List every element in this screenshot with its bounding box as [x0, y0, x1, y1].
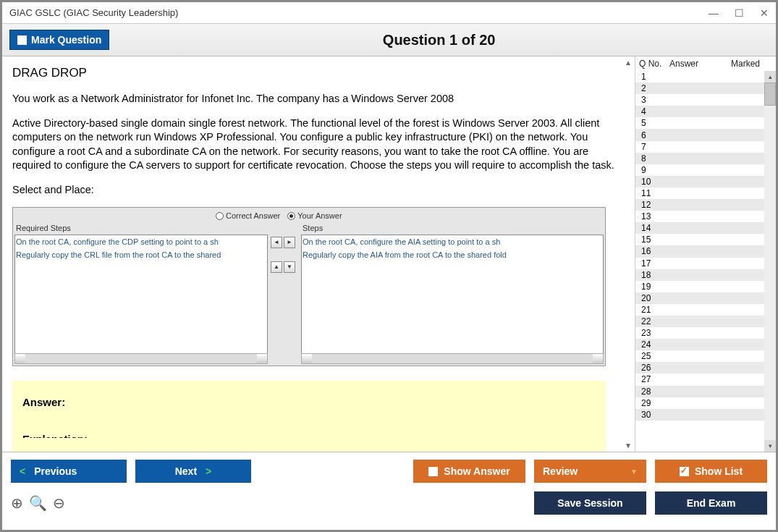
question-list-row[interactable]: 20 — [635, 292, 776, 304]
list-item[interactable]: Regularly copy the AIA from the root CA … — [303, 249, 602, 262]
list-scrollbar[interactable]: ▴ ▾ — [764, 71, 776, 452]
question-body: Active Directory-based single domain sin… — [12, 117, 625, 173]
checkbox-icon — [17, 35, 27, 45]
question-list-panel: Q No. Answer Marked 12345678910111213141… — [635, 56, 776, 452]
question-list-row[interactable]: 13 — [635, 211, 776, 222]
steps-title: Steps — [301, 222, 604, 235]
question-list-row[interactable]: 25 — [635, 350, 776, 362]
zoom-in-icon[interactable]: ⊕ — [11, 494, 23, 512]
close-icon[interactable]: ✕ — [760, 7, 769, 19]
question-type: DRAG DROP — [12, 65, 625, 82]
list-item[interactable]: On the root CA, configure the AIA settin… — [303, 236, 602, 249]
question-list-row[interactable]: 30 — [635, 409, 776, 421]
content-scrollbar[interactable]: ▲ ▼ — [623, 56, 635, 452]
question-list-row[interactable]: 12 — [635, 199, 776, 211]
answer-box: Answer: Explanation: — [12, 381, 606, 452]
question-list[interactable]: 1234567891011121314151617181920212223242… — [635, 71, 776, 452]
scroll-down-icon[interactable]: ▼ — [625, 442, 633, 449]
previous-button[interactable]: <Previous — [11, 460, 127, 483]
question-list-row[interactable]: 16 — [635, 245, 776, 257]
explanation-label: Explanation: — [22, 432, 596, 438]
checkbox-icon — [428, 467, 438, 476]
app-title: GIAC GSLC (GIAC Security Leadership) — [9, 7, 178, 18]
col-qno: Q No. — [639, 59, 669, 69]
zoom-controls: ⊕ 🔍 ⊖ — [11, 494, 65, 512]
required-steps-list[interactable]: On the root CA, configure the CDP settin… — [14, 235, 268, 354]
question-list-row[interactable]: 6 — [635, 129, 776, 140]
list-item[interactable]: On the root CA, configure the CDP settin… — [16, 236, 266, 249]
zoom-out-icon[interactable]: ⊖ — [53, 494, 65, 512]
titlebar: GIAC GSLC (GIAC Security Leadership) — ☐… — [2, 2, 776, 24]
footer: <Previous Next> Show Answer Review▼ Show… — [2, 452, 776, 524]
question-intro: You work as a Network Administrator for … — [12, 92, 625, 106]
next-button[interactable]: Next> — [135, 460, 251, 483]
move-buttons: ◄► ▲▼ — [271, 237, 295, 273]
question-list-row[interactable]: 24 — [635, 339, 776, 350]
save-session-button[interactable]: Save Session — [534, 491, 646, 515]
review-button[interactable]: Review▼ — [534, 460, 646, 483]
minimize-icon[interactable]: — — [709, 7, 719, 19]
mark-question-button[interactable]: Mark Question — [9, 30, 109, 50]
scroll-thumb[interactable] — [764, 83, 776, 106]
question-list-header: Q No. Answer Marked — [635, 56, 776, 71]
select-place-label: Select and Place: — [12, 183, 625, 198]
question-list-row[interactable]: 15 — [635, 234, 776, 245]
chevron-right-icon: > — [206, 465, 211, 477]
drag-drop-panel: Correct Answer Your Answer Required Step… — [12, 207, 606, 366]
question-list-row[interactable]: 23 — [635, 327, 776, 339]
question-list-row[interactable]: 9 — [635, 164, 776, 176]
answer-label: Answer: — [22, 395, 596, 410]
mark-question-label: Mark Question — [31, 34, 101, 46]
your-answer-radio[interactable]: Your Answer — [287, 211, 342, 221]
question-list-row[interactable]: 22 — [635, 316, 776, 327]
move-up-icon[interactable]: ▲ — [271, 261, 282, 273]
h-scrollbar[interactable] — [301, 353, 604, 364]
move-right-icon[interactable]: ► — [284, 237, 295, 248]
col-answer: Answer — [669, 59, 719, 69]
move-left-icon[interactable]: ◄ — [271, 237, 282, 248]
question-list-row[interactable]: 17 — [635, 258, 776, 269]
zoom-reset-icon[interactable]: 🔍 — [29, 494, 47, 512]
question-list-row[interactable]: 1 — [635, 71, 776, 83]
question-list-row[interactable]: 4 — [635, 106, 776, 117]
steps-list[interactable]: On the root CA, configure the AIA settin… — [301, 235, 604, 354]
show-answer-button[interactable]: Show Answer — [413, 460, 525, 483]
maximize-icon[interactable]: ☐ — [735, 7, 744, 19]
question-list-row[interactable]: 5 — [635, 117, 776, 129]
scroll-up-icon[interactable]: ▲ — [625, 59, 633, 67]
question-list-row[interactable]: 29 — [635, 397, 776, 409]
question-list-row[interactable]: 2 — [635, 83, 776, 94]
question-list-row[interactable]: 11 — [635, 187, 776, 199]
question-list-row[interactable]: 14 — [635, 222, 776, 234]
question-list-row[interactable]: 28 — [635, 386, 776, 397]
question-list-row[interactable]: 19 — [635, 281, 776, 292]
question-list-row[interactable]: 27 — [635, 373, 776, 385]
question-list-row[interactable]: 7 — [635, 141, 776, 153]
required-steps-title: Required Steps — [14, 222, 268, 235]
col-marked: Marked — [719, 59, 772, 69]
h-scrollbar[interactable] — [14, 353, 268, 364]
list-item[interactable]: Regularly copy the CRL file from the roo… — [16, 249, 266, 262]
scroll-up-icon[interactable]: ▴ — [764, 71, 776, 83]
question-counter: Question 1 of 20 — [109, 32, 769, 48]
question-content: DRAG DROP You work as a Network Administ… — [2, 56, 635, 452]
question-list-row[interactable]: 21 — [635, 304, 776, 316]
correct-answer-radio[interactable]: Correct Answer — [216, 211, 280, 221]
end-exam-button[interactable]: End Exam — [655, 491, 767, 515]
show-list-button[interactable]: Show List — [655, 460, 767, 483]
scroll-down-icon[interactable]: ▾ — [764, 440, 776, 452]
question-list-row[interactable]: 8 — [635, 153, 776, 164]
header: Mark Question Question 1 of 20 — [2, 24, 776, 56]
question-list-row[interactable]: 3 — [635, 94, 776, 106]
question-list-row[interactable]: 18 — [635, 269, 776, 281]
window-controls: — ☐ ✕ — [709, 7, 769, 19]
question-list-row[interactable]: 26 — [635, 362, 776, 373]
chevron-left-icon: < — [20, 465, 25, 477]
question-list-row[interactable]: 10 — [635, 176, 776, 187]
checkbox-checked-icon — [680, 467, 689, 476]
move-down-icon[interactable]: ▼ — [284, 261, 295, 273]
chevron-down-icon: ▼ — [630, 468, 638, 476]
